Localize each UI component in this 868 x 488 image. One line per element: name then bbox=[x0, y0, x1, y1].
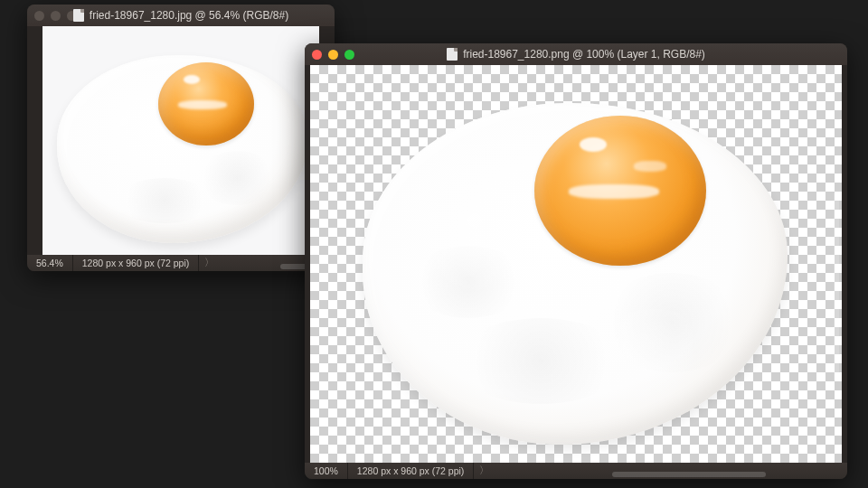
title-center-png: fried-18967_1280.png @ 100% (Layer 1, RG… bbox=[305, 48, 847, 61]
zoom-level-jpg[interactable]: 56.4% bbox=[27, 255, 73, 271]
statusbar-png: 100% 1280 px x 960 px (72 ppi) 〉 bbox=[305, 463, 847, 479]
dimensions-jpg: 1280 px x 960 px (72 ppi) bbox=[73, 255, 200, 271]
zoom-level-png[interactable]: 100% bbox=[305, 463, 348, 479]
canvas-png[interactable] bbox=[310, 65, 842, 463]
zoom-icon[interactable] bbox=[344, 50, 354, 60]
close-icon[interactable] bbox=[312, 50, 322, 60]
minimize-icon[interactable] bbox=[328, 50, 338, 60]
document-icon bbox=[447, 48, 458, 61]
vertical-scrollbar-png[interactable] bbox=[834, 192, 839, 381]
window-title-png: fried-18967_1280.png @ 100% (Layer 1, RG… bbox=[463, 48, 705, 61]
window-title-jpg: fried-18967_1280.jpg @ 56.4% (RGB/8#) bbox=[90, 9, 288, 22]
titlebar-png[interactable]: fried-18967_1280.png @ 100% (Layer 1, RG… bbox=[305, 43, 847, 65]
traffic-lights-inactive[interactable] bbox=[34, 11, 77, 21]
chevron-right-icon[interactable]: 〉 bbox=[199, 257, 220, 269]
close-icon[interactable] bbox=[34, 11, 44, 21]
traffic-lights-active[interactable] bbox=[312, 50, 354, 60]
zoom-icon[interactable] bbox=[67, 11, 77, 21]
horizontal-scrollbar-png[interactable] bbox=[612, 472, 766, 477]
canvas-jpg[interactable] bbox=[42, 26, 319, 255]
chevron-right-icon[interactable]: 〉 bbox=[474, 465, 495, 477]
document-window-png[interactable]: fried-18967_1280.png @ 100% (Layer 1, RG… bbox=[305, 43, 847, 479]
document-window-jpg[interactable]: fried-18967_1280.jpg @ 56.4% (RGB/8#) 56… bbox=[27, 5, 335, 271]
titlebar-jpg[interactable]: fried-18967_1280.jpg @ 56.4% (RGB/8#) bbox=[27, 5, 335, 26]
minimize-icon[interactable] bbox=[51, 11, 61, 21]
dimensions-png: 1280 px x 960 px (72 ppi) bbox=[348, 463, 475, 479]
